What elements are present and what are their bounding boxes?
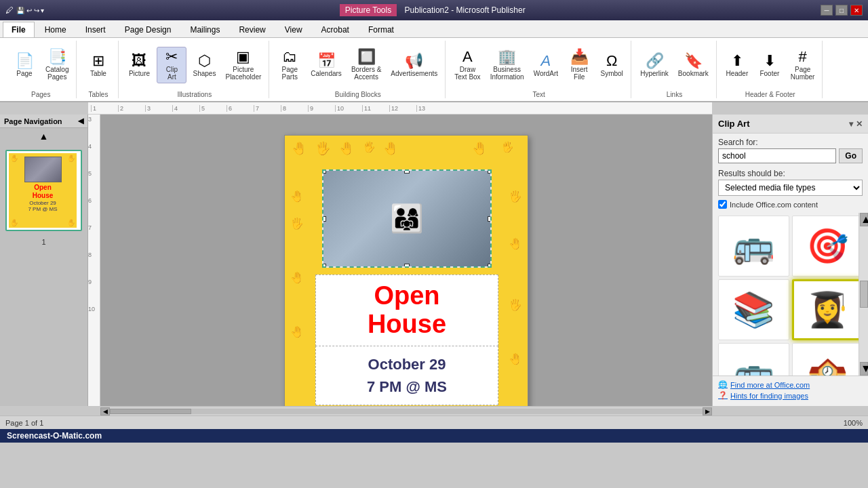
ribbon-group-building-blocks: 🗂 PageParts 📅 Calendars 🔲 Borders &Accen…: [271, 41, 446, 98]
handle-mr[interactable]: [488, 216, 492, 222]
shapes-button[interactable]: ⬡ Shapes: [189, 52, 219, 79]
photo-placeholder[interactable]: 👨‍👩‍👧: [322, 169, 492, 268]
scroll-thumb-down[interactable]: ▼: [860, 362, 868, 375]
picture-placeholder-button[interactable]: ▣ PicturePlaceholder: [222, 47, 264, 83]
page-info: Page 1 of 1: [5, 419, 43, 427]
building-blocks-label: Building Blocks: [335, 91, 381, 98]
tab-format[interactable]: Format: [359, 22, 403, 37]
page-nav-scroll-up[interactable]: ▲: [39, 131, 49, 142]
handle-bl[interactable]: [322, 264, 326, 268]
header-button[interactable]: ⬆ Header: [722, 52, 752, 79]
maximize-button[interactable]: □: [835, 5, 848, 16]
page-parts-button[interactable]: 🗂 PageParts: [275, 47, 304, 83]
clip-art-item-graduates[interactable]: 👩‍🎓: [792, 279, 863, 340]
thumb-open-house: OpenHouse: [9, 184, 77, 200]
horizontal-scrollbar[interactable]: ◀ ▶: [100, 406, 712, 415]
pages-label: Pages: [31, 91, 50, 98]
date-textbox[interactable]: October 29 7 PM @ MS: [315, 346, 498, 405]
handle-br[interactable]: [488, 264, 492, 268]
handle-bc[interactable]: [404, 264, 410, 268]
business-info-button[interactable]: 🏢 BusinessInformation: [487, 47, 528, 83]
tab-acrobat[interactable]: Acrobat: [313, 22, 358, 37]
catalog-pages-button[interactable]: 📑 CatalogPages: [42, 47, 72, 83]
handle-tl[interactable]: [322, 169, 326, 174]
open-house-textbox[interactable]: Open House: [315, 274, 498, 346]
handle-ml[interactable]: [322, 216, 326, 222]
clip-art-bus-1-icon: 🚌: [732, 226, 774, 266]
handprint-t3: 🤚: [339, 141, 354, 156]
clip-art-item-bus-2[interactable]: 🚌: [718, 343, 789, 375]
clip-art-item-building[interactable]: 🏫: [792, 343, 863, 375]
borders-accents-button[interactable]: 🔲 Borders &Accents: [348, 47, 384, 83]
ribbon-tab-bar: File Home Insert Page Design Mailings Re…: [0, 20, 868, 38]
scroll-thumb[interactable]: [860, 281, 868, 308]
advertisements-button[interactable]: 📢 Advertisements: [387, 52, 441, 79]
canvas-area[interactable]: 🤚 🖐 🤚 🖐 🤚 🤚 🖐 🤚 🖐 🤚 🖐 🤚 🖐 🤚 🖐 🤚 🤚: [100, 115, 712, 406]
close-button[interactable]: ✕: [850, 5, 863, 16]
page-thumbnail[interactable]: ✋ ✋ ✋ ✋ OpenHouse October 297 PM @ MS: [5, 150, 82, 231]
clip-art-item-bus-1[interactable]: 🚌: [718, 216, 789, 277]
tab-insert[interactable]: Insert: [77, 22, 115, 37]
picture-tools-badge: Picture Tools: [340, 4, 397, 16]
search-input[interactable]: [718, 148, 836, 163]
catalog-pages-icon: 📑: [48, 49, 66, 64]
handle-tc[interactable]: [404, 169, 410, 174]
page-button[interactable]: 📄 Page: [9, 52, 39, 79]
symbol-button[interactable]: Ω Symbol: [597, 52, 627, 79]
clip-art-item-books[interactable]: 📚: [718, 279, 789, 340]
app-icon: 🖊: [5, 5, 14, 15]
bookmark-button[interactable]: 🔖 Bookmark: [675, 52, 712, 79]
tab-review[interactable]: Review: [230, 22, 274, 37]
tab-home[interactable]: Home: [36, 22, 75, 37]
scroll-thumb-up[interactable]: ▲: [860, 213, 868, 226]
include-checkbox[interactable]: [718, 200, 727, 209]
ruler-top: 1 2 3 4 5 6 7 8 9 10 11 12 13: [88, 102, 712, 115]
handle-tr[interactable]: [488, 169, 492, 174]
clip-art-button[interactable]: ✂ ClipArt: [157, 47, 186, 83]
clip-art-header-controls[interactable]: ▾ ✕: [849, 119, 863, 129]
illustrations-label: Illustrations: [178, 91, 212, 98]
table-button[interactable]: ⊞ Table: [83, 52, 113, 79]
handprint-l4: 🤚: [290, 325, 304, 338]
hyperlink-button[interactable]: 🔗 Hyperlink: [637, 52, 672, 79]
clip-art-collapse-button[interactable]: ▾: [849, 119, 853, 129]
office-link[interactable]: 🌐 Find more at Office.com: [718, 380, 863, 389]
h-scroll-right[interactable]: ▶: [703, 407, 712, 415]
tab-page-design[interactable]: Page Design: [116, 22, 180, 37]
draw-text-box-button[interactable]: A DrawText Box: [451, 47, 484, 83]
insert-file-button[interactable]: 📥 InsertFile: [564, 47, 594, 83]
wordart-button[interactable]: A WordArt: [530, 52, 562, 79]
clip-art-item-emblem[interactable]: 🎯: [792, 216, 863, 277]
handprint-l1: 🤚: [290, 190, 304, 203]
tab-file[interactable]: File: [3, 22, 35, 37]
titlebar-title: Picture Tools Publication2 - Microsoft P…: [44, 5, 821, 15]
h-scroll-track[interactable]: [110, 409, 703, 414]
status-bar: Page 1 of 1 100%: [0, 415, 868, 429]
ribbon: 📄 Page 📑 CatalogPages Pages ⊞ Table Tabl…: [0, 38, 868, 102]
calendars-button[interactable]: 📅 Calendars: [307, 52, 345, 79]
include-label: Include Office.com content: [730, 201, 818, 209]
go-button[interactable]: Go: [839, 148, 863, 163]
tab-mailings[interactable]: Mailings: [181, 22, 229, 37]
search-label: Search for:: [713, 134, 868, 148]
tables-label: Tables: [89, 91, 108, 98]
page-nav-collapse-icon[interactable]: ◀: [78, 117, 83, 125]
minimize-button[interactable]: ─: [821, 5, 833, 16]
calendars-icon: 📅: [317, 54, 336, 68]
handprint-r2: 🤚: [509, 237, 522, 250]
h-scroll-left[interactable]: ◀: [100, 407, 110, 415]
picture-placeholder-icon: ▣: [236, 49, 250, 64]
picture-button[interactable]: 🖼 Picture: [124, 52, 154, 79]
clip-art-close-button[interactable]: ✕: [856, 119, 863, 129]
results-dropdown[interactable]: Selected media file types: [718, 180, 863, 196]
tab-view[interactable]: View: [276, 22, 311, 37]
h-scroll-thumb[interactable]: [110, 409, 191, 414]
hints-link[interactable]: ❓ Hints for finding images: [718, 391, 863, 400]
footer-links: 🌐 Find more at Office.com ❓ Hints for fi…: [713, 375, 868, 406]
footer-button[interactable]: ⬇ Footer: [755, 52, 785, 79]
titlebar-controls[interactable]: ─ □ ✕: [821, 5, 863, 16]
hyperlink-icon: 🔗: [646, 54, 664, 68]
page-number-button[interactable]: # PageNumber: [787, 47, 818, 83]
hints-link-icon: ❓: [718, 391, 728, 400]
clip-art-scrollbar[interactable]: ▲ ▼: [859, 213, 868, 375]
